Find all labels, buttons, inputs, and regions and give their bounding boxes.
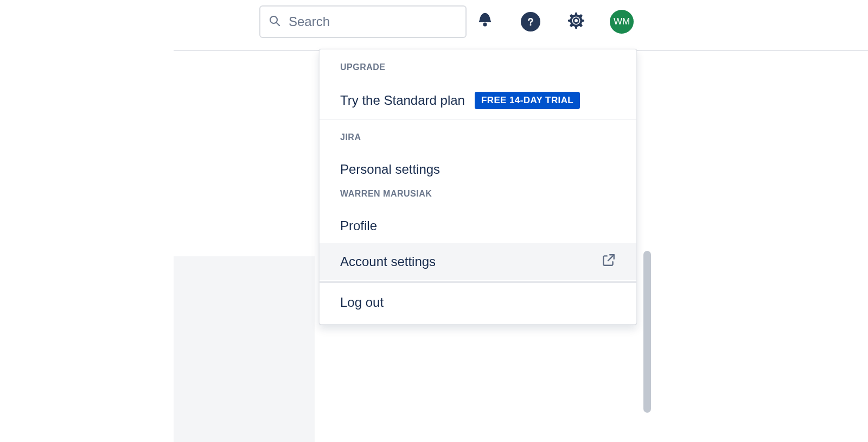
menu-item-account-settings[interactable]: Account settings <box>320 243 636 280</box>
section-header-user: WARREN MARUSIAK <box>320 189 636 209</box>
menu-item-label: Personal settings <box>340 162 440 177</box>
svg-line-1 <box>277 23 280 26</box>
menu-item-label: Log out <box>340 295 384 310</box>
avatar[interactable]: WM <box>610 10 634 34</box>
menu-item-label: Profile <box>340 218 377 233</box>
help-icon <box>521 12 540 31</box>
menu-item-profile[interactable]: Profile <box>320 209 636 243</box>
svg-line-4 <box>608 255 614 261</box>
section-header-jira: JIRA <box>320 132 636 152</box>
settings-button[interactable] <box>564 10 588 34</box>
search-box[interactable] <box>259 5 467 38</box>
menu-item-label: Try the Standard plan <box>340 93 465 108</box>
menu-item-personal-settings[interactable]: Personal settings <box>320 152 636 187</box>
header-icons: WM <box>473 10 634 34</box>
dropdown-section-user: WARREN MARUSIAK Profile Account settings <box>320 187 636 280</box>
help-button[interactable] <box>519 10 542 34</box>
notifications-button[interactable] <box>473 10 497 34</box>
svg-point-2 <box>483 23 487 27</box>
top-bar: WM <box>0 0 868 50</box>
menu-item-label: Account settings <box>340 254 436 269</box>
menu-item-upgrade[interactable]: Try the Standard plan FREE 14-DAY TRIAL <box>320 82 636 119</box>
search-icon <box>268 14 281 29</box>
section-header-upgrade: UPGRADE <box>320 62 636 82</box>
dropdown-section-upgrade: UPGRADE Try the Standard plan FREE 14-DA… <box>320 49 636 119</box>
user-dropdown: UPGRADE Try the Standard plan FREE 14-DA… <box>319 49 637 325</box>
bell-icon <box>476 11 494 32</box>
external-link-icon <box>602 253 616 270</box>
gear-icon <box>566 11 586 33</box>
search-input[interactable] <box>289 14 458 29</box>
menu-item-logout[interactable]: Log out <box>320 283 636 324</box>
scrollbar[interactable] <box>643 251 651 413</box>
content-panel <box>174 256 315 442</box>
dropdown-section-jira: JIRA Personal settings <box>320 119 636 187</box>
avatar-initials: WM <box>614 16 630 27</box>
svg-point-3 <box>530 24 532 26</box>
trial-badge: FREE 14-DAY TRIAL <box>475 92 580 109</box>
